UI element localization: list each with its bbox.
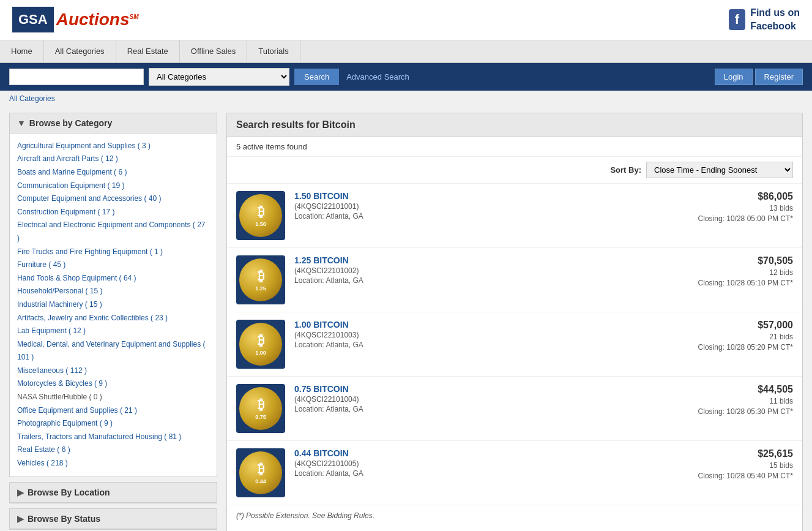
category-motorcycles[interactable]: Motorcycles & Bicycles ( 9 ) [17,377,209,391]
search-results-content: Search results for Bitcoin 5 active item… [226,113,803,531]
category-electrical[interactable]: Electrical and Electronic Equipment and … [17,219,209,245]
category-office[interactable]: Office Equipment and Supplies ( 21 ) [17,404,209,418]
item-bid-5: $25,615 15 bids Closing: 10/28 05:40 PM … [683,448,793,480]
category-industrial[interactable]: Industrial Machinery ( 15 ) [17,298,209,312]
bid-amount-4: $44,505 [683,384,793,395]
sort-dropdown[interactable]: Close Time - Ending Soonest Close Time -… [646,162,793,178]
auction-item-3: ₿ 1.00 1.00 BITCOIN (4KQSCI22101003) Loc… [227,312,802,377]
item-bid-2: $70,505 12 bids Closing: 10/28 05:10 PM … [683,255,793,287]
category-agricultural[interactable]: Agricultural Equipment and Supplies ( 3 … [17,140,209,153]
collapse-arrow-icon: ▼ [17,118,26,128]
login-button[interactable]: Login [715,69,753,85]
browse-category-section: ▼ Browse by Category Agricultural Equipm… [9,113,217,477]
item-title-link-4[interactable]: 0.75 BITCOIN [294,384,349,394]
item-location-1: Location: Atlanta, GA [294,212,674,220]
item-id-3: (4KQSCI22101003) [294,331,674,339]
category-boats[interactable]: Boats and Marine Equipment ( 6 ) [17,166,209,179]
browse-status-label: Browse By Status [28,514,100,524]
item-title-link-2[interactable]: 1.25 BITCOIN [294,255,349,265]
auction-item-2: ₿ 1.25 1.25 BITCOIN (4KQSCI22101002) Loc… [227,248,802,312]
item-id-1: (4KQSCI22101001) [294,202,674,211]
bid-closing-5: Closing: 10/28 05:40 PM CT* [683,472,793,480]
category-vehicles[interactable]: Vehicles ( 218 ) [17,457,209,470]
search-input[interactable] [9,69,144,85]
item-image-5: ₿ 0.44 [236,448,285,497]
header: GSA AuctionsSM f Find us on Facebook [0,0,812,40]
expand-arrow-status-icon: ▶ [17,514,24,524]
bid-count-4: 11 bids [683,397,793,405]
item-title-1: 1.50 BITCOIN [294,191,674,201]
item-id-2: (4KQSCI22101002) [294,266,674,275]
bid-amount-3: $57,000 [683,320,793,331]
bid-closing-1: Closing: 10/28 05:00 PM CT* [683,214,793,223]
results-count: 5 active items found [227,137,802,157]
category-aircraft[interactable]: Aircraft and Aircraft Parts ( 12 ) [17,153,209,166]
category-lab[interactable]: Lab Equipment ( 12 ) [17,325,209,338]
category-medical[interactable]: Medical, Dental, and Veterinary Equipmen… [17,338,209,364]
item-title-link-3[interactable]: 1.00 BITCOIN [294,320,349,330]
search-bar: All Categories Search Advanced Search Lo… [0,63,812,91]
facebook-link[interactable]: f Find us on Facebook [729,6,800,34]
item-image-3: ₿ 1.00 [236,320,285,369]
nav-tutorials[interactable]: Tutorials [247,40,300,62]
category-furniture[interactable]: Furniture ( 45 ) [17,258,209,272]
category-construction[interactable]: Construction Equipment ( 17 ) [17,206,209,219]
bid-amount-5: $25,615 [683,448,793,459]
search-button[interactable]: Search [294,69,339,85]
main-navigation: Home All Categories Real Estate Offline … [0,40,812,63]
sidebar: ▼ Browse by Category Agricultural Equipm… [9,113,217,531]
breadcrumb-all-categories[interactable]: All Categories [9,94,55,103]
main-content: ▼ Browse by Category Agricultural Equipm… [0,107,812,531]
bid-count-5: 15 bids [683,461,793,470]
item-title-2: 1.25 BITCOIN [294,255,674,265]
register-button[interactable]: Register [755,69,803,85]
nav-real-estate[interactable]: Real Estate [116,40,180,62]
category-dropdown[interactable]: All Categories [149,68,289,86]
browse-status-header[interactable]: ▶ Browse By Status [10,509,217,529]
category-communication[interactable]: Communication Equipment ( 19 ) [17,179,209,193]
bid-amount-1: $86,005 [683,191,793,202]
category-hand-tools[interactable]: Hand Tools & Shop Equipment ( 64 ) [17,272,209,285]
item-details-1: 1.50 BITCOIN (4KQSCI22101001) Location: … [294,191,674,220]
item-bid-3: $57,000 21 bids Closing: 10/28 05:20 PM … [683,320,793,352]
item-id-5: (4KQSCI22101005) [294,459,674,468]
bitcoin-coin-3: ₿ 1.00 [239,323,282,366]
category-trailers[interactable]: Trailers, Tractors and Manufactured Hous… [17,431,209,444]
bitcoin-coin-1: ₿ 1.50 [239,194,282,237]
item-image-4: ₿ 0.75 [236,384,285,433]
item-bid-1: $86,005 13 bids Closing: 10/28 05:00 PM … [683,191,793,223]
category-photographic[interactable]: Photographic Equipment ( 9 ) [17,417,209,431]
item-title-link-5[interactable]: 0.44 BITCOIN [294,448,349,458]
item-title-5: 0.44 BITCOIN [294,448,674,458]
nav-offline-sales[interactable]: Offline Sales [180,40,247,62]
item-title-link-1[interactable]: 1.50 BITCOIN [294,191,349,201]
category-miscellaneous[interactable]: Miscellaneous ( 112 ) [17,364,209,378]
expand-arrow-location-icon: ▶ [17,488,24,497]
bid-closing-4: Closing: 10/28 05:30 PM CT* [683,407,793,416]
nav-home[interactable]: Home [0,40,44,62]
category-computer[interactable]: Computer Equipment and Accessories ( 40 … [17,192,209,206]
nav-all-categories[interactable]: All Categories [44,40,116,62]
bitcoin-coin-5: ₿ 0.44 [239,451,282,494]
item-location-4: Location: Atlanta, GA [294,405,674,413]
gsa-logo-box: GSA [12,7,54,32]
auction-item-5: ₿ 0.44 0.44 BITCOIN (4KQSCI22101005) Loc… [227,441,802,505]
bitcoin-coin-2: ₿ 1.25 [239,258,282,301]
item-location-2: Location: Atlanta, GA [294,276,674,285]
browse-location-header[interactable]: ▶ Browse By Location [10,483,217,503]
category-household[interactable]: Household/Personal ( 15 ) [17,285,209,298]
item-title-4: 0.75 BITCOIN [294,384,674,394]
facebook-icon: f [729,9,745,30]
browse-category-header[interactable]: ▼ Browse by Category [10,113,217,134]
bid-closing-3: Closing: 10/28 05:20 PM CT* [683,343,793,352]
item-details-3: 1.00 BITCOIN (4KQSCI22101003) Location: … [294,320,674,349]
category-real-estate[interactable]: Real Estate ( 6 ) [17,443,209,457]
item-location-3: Location: Atlanta, GA [294,341,674,349]
category-fire-trucks[interactable]: Fire Trucks and Fire Fighting Equipment … [17,246,209,259]
bid-count-1: 13 bids [683,204,793,213]
bid-count-3: 21 bids [683,333,793,341]
item-id-4: (4KQSCI22101004) [294,395,674,404]
sm-superscript: SM [129,13,138,20]
advanced-search-link[interactable]: Advanced Search [346,72,409,81]
category-artifacts[interactable]: Artifacts, Jewelry and Exotic Collectibl… [17,312,209,325]
